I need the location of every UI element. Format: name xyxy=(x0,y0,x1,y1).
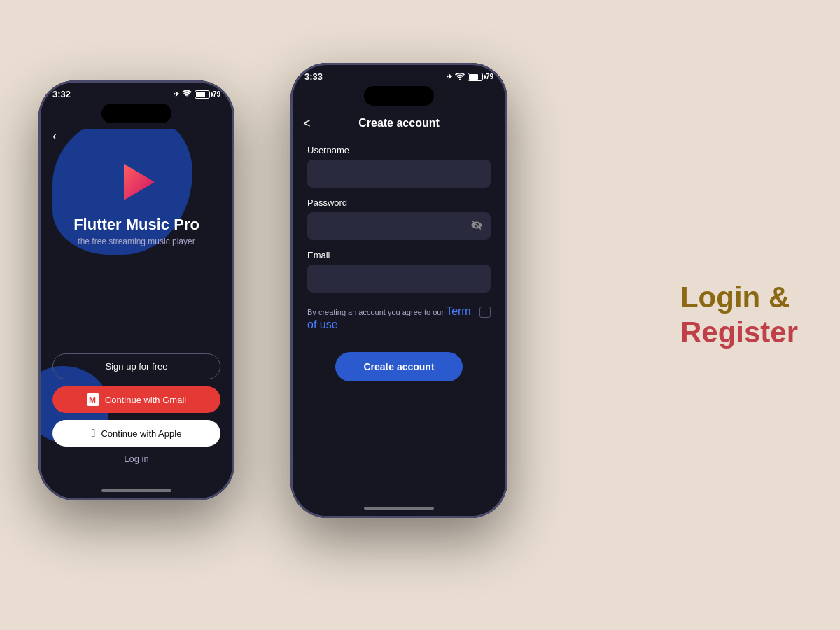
login-status-bar: 3:32 ✈ 79 xyxy=(38,80,234,104)
scene: 3:32 ✈ 79 ‹ xyxy=(0,0,840,630)
app-title: Flutter Music Pro xyxy=(74,216,200,234)
password-input-wrap xyxy=(307,212,491,240)
login-battery-text: 79 xyxy=(213,90,220,98)
phone-login: 3:32 ✈ 79 ‹ xyxy=(38,80,234,500)
register-title: Create account xyxy=(303,117,495,130)
email-label: Email xyxy=(307,250,491,260)
terms-text: By creating an account you agree to our xyxy=(307,308,446,316)
eye-icon[interactable] xyxy=(471,220,482,233)
username-input[interactable] xyxy=(307,160,491,188)
phone-register: 3:33 ✈ 79 < Create account xyxy=(290,63,507,518)
register-battery xyxy=(468,73,483,81)
terms-text-wrap: By creating an account you agree to our … xyxy=(307,305,471,331)
wifi-icon xyxy=(182,90,192,99)
register-dynamic-island xyxy=(364,86,434,106)
login-back-arrow[interactable]: ‹ xyxy=(52,129,57,144)
email-input-wrap xyxy=(307,265,491,293)
login-link[interactable]: Log in xyxy=(124,454,148,464)
create-btn-wrap: Create account xyxy=(307,352,491,382)
login-time: 3:32 xyxy=(52,89,71,99)
register-home-indicator xyxy=(364,507,434,510)
register-header: < Create account xyxy=(290,111,507,138)
password-input[interactable] xyxy=(307,212,491,240)
login-home-indicator xyxy=(102,489,172,492)
register-time: 3:33 xyxy=(304,71,323,82)
email-field-group: Email xyxy=(307,250,491,293)
airplane-icon: ✈ xyxy=(174,90,179,98)
username-label: Username xyxy=(307,145,491,155)
create-account-button[interactable]: Create account xyxy=(335,352,462,382)
svg-text:M: M xyxy=(89,396,96,405)
password-label: Password xyxy=(307,197,491,208)
side-label-register: Register xyxy=(680,315,798,350)
reg-airplane-icon: ✈ xyxy=(447,73,452,80)
email-input[interactable] xyxy=(307,265,491,293)
register-battery-text: 79 xyxy=(486,73,493,80)
app-subtitle: the free streaming music player xyxy=(78,237,195,246)
username-field-group: Username xyxy=(307,145,491,188)
reg-wifi-icon xyxy=(455,73,465,81)
play-icon xyxy=(111,157,162,207)
username-input-wrap xyxy=(307,160,491,188)
terms-checkbox[interactable] xyxy=(479,307,491,318)
password-field-group: Password xyxy=(307,197,491,240)
register-back-arrow[interactable]: < xyxy=(303,116,311,131)
login-content: ‹ Flutter Music Pro the free streaming m… xyxy=(38,129,234,485)
register-status-bar: 3:33 ✈ 79 xyxy=(290,63,507,86)
register-status-icons: ✈ 79 xyxy=(447,73,493,81)
login-dynamic-island xyxy=(102,104,172,123)
svg-marker-0 xyxy=(124,164,155,200)
side-label: Login & Register xyxy=(680,280,798,351)
gmail-button[interactable]: M Continue with Gmail xyxy=(52,386,220,413)
signup-button[interactable]: Sign up for free xyxy=(52,354,220,379)
login-status-icons: ✈ 79 xyxy=(174,90,220,99)
gmail-icon: M xyxy=(87,393,99,406)
terms-row: By creating an account you agree to our … xyxy=(307,305,491,331)
apple-icon:  xyxy=(92,427,96,440)
apple-button[interactable]:  Continue with Apple xyxy=(52,420,220,447)
login-buttons: Sign up for free M Continue with Gmail … xyxy=(52,354,220,471)
register-form: Username Password xyxy=(290,138,507,503)
login-battery xyxy=(195,90,210,99)
side-label-login: Login & xyxy=(680,280,798,315)
